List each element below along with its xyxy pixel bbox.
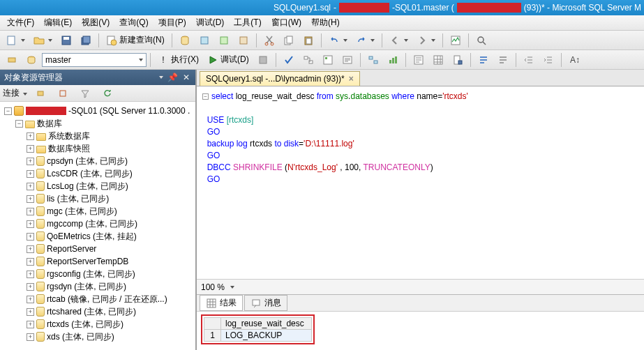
messages-tab[interactable]: 消息	[244, 295, 287, 311]
paste-button[interactable]	[299, 33, 317, 48]
tree-db-item[interactable]: +mgc (主体, 已同步)	[27, 205, 194, 218]
available-db-button[interactable]	[22, 52, 40, 68]
results-to-grid-button[interactable]	[429, 52, 447, 68]
undo-button[interactable]	[325, 33, 351, 48]
specify-values-button[interactable]: A↕	[565, 52, 583, 68]
xmla-icon	[238, 35, 249, 46]
actual-plan-button[interactable]	[364, 52, 382, 68]
find-button[interactable]	[472, 33, 491, 48]
cell-value[interactable]: LOG_BACKUP	[221, 330, 312, 342]
xmla-query-button[interactable]	[234, 33, 253, 48]
dmx-query-button[interactable]	[215, 33, 233, 48]
intellisense-button[interactable]	[338, 52, 357, 68]
results-to-text-button[interactable]	[410, 52, 428, 68]
column-header[interactable]: log_reuse_wait_desc	[221, 318, 312, 330]
tree-db-item[interactable]: +lis (主体, 已同步)	[27, 192, 194, 205]
document-tab[interactable]: SQLQuery1.sql -...D\lyncadmin (93))* ×	[200, 71, 360, 86]
collapse-icon[interactable]: −	[202, 93, 209, 100]
menu-project[interactable]: 项目(P)	[154, 15, 190, 30]
pin-icon[interactable]: 📌	[167, 73, 177, 82]
new-query-button[interactable]: 新建查询(N)	[103, 32, 168, 48]
messages-icon	[250, 298, 262, 309]
new-project-button[interactable]	[3, 33, 29, 48]
menu-file[interactable]: 文件(F)	[3, 15, 38, 30]
uncomment-icon	[497, 54, 509, 66]
menu-query[interactable]: 查询(Q)	[115, 15, 152, 30]
sql-editor[interactable]: −select log_reuse_wait_desc from sys.dat…	[197, 86, 644, 279]
change-connection-button[interactable]	[3, 52, 21, 68]
comment-button[interactable]	[474, 52, 493, 68]
filter-button[interactable]	[76, 86, 94, 101]
indent-icon	[543, 54, 554, 66]
decrease-indent-button[interactable]	[520, 52, 538, 68]
tree-db-item[interactable]: +ReportServer	[27, 243, 194, 255]
results-grid-icon	[433, 54, 444, 66]
results-tab[interactable]: 结果	[200, 295, 243, 311]
debug-button[interactable]: 调试(D)	[204, 52, 253, 68]
uncomment-button[interactable]	[494, 52, 512, 68]
dedent-icon	[523, 54, 534, 66]
tree-db-item[interactable]: +cpsdyn (主体, 已同步)	[27, 155, 194, 167]
nav-fwd-button[interactable]	[413, 33, 439, 48]
menu-help[interactable]: 帮助(H)	[307, 15, 344, 30]
plan-icon	[303, 54, 314, 66]
stop-button[interactable]	[54, 86, 72, 101]
row-number[interactable]: 1	[204, 330, 221, 342]
close-panel-button[interactable]: ✕	[181, 73, 191, 82]
save-all-icon	[80, 35, 91, 46]
database-selector[interactable]: master	[42, 53, 147, 67]
tree-db-item[interactable]: +LcsLog (主体, 已同步)	[27, 180, 194, 192]
comment-icon	[478, 54, 489, 66]
svg-rect-39	[207, 299, 216, 307]
tree-snapshot[interactable]: +数据库快照	[27, 142, 194, 155]
menu-tools[interactable]: 工具(T)	[230, 15, 265, 30]
mdx-query-button[interactable]	[195, 33, 214, 48]
tree-db-item[interactable]: +rtcshared (主体, 已同步)	[27, 305, 194, 318]
execute-button[interactable]: !执行(X)	[154, 52, 202, 68]
parse-icon	[283, 54, 294, 66]
tree-db-item[interactable]: +rgsdyn (主体, 已同步)	[27, 280, 194, 293]
menu-edit[interactable]: 编辑(E)	[40, 15, 76, 30]
cut-button[interactable]	[260, 33, 278, 48]
parse-button[interactable]	[280, 52, 298, 68]
client-stats-button[interactable]	[384, 52, 402, 68]
tree-db-item[interactable]: +rtcxds (主体, 已同步)	[27, 318, 194, 330]
zoom-level[interactable]: 100 %	[201, 282, 225, 292]
refresh-button[interactable]	[98, 86, 117, 101]
tree-db-item[interactable]: +mgccomp (主体, 已同步)	[27, 218, 194, 230]
copy-button[interactable]	[280, 33, 298, 48]
tree-server-node[interactable]: −-SQL01 (SQL Server 11.0.3000 .	[4, 105, 194, 117]
results-grid[interactable]: log_reuse_wait_desc 1LOG_BACKUP	[197, 311, 644, 350]
open-button[interactable]	[30, 33, 56, 48]
save-button[interactable]	[57, 33, 75, 48]
tree-db-item[interactable]: +xds (主体, 已同步)	[27, 330, 194, 343]
save-all-button[interactable]	[77, 33, 95, 48]
folder-icon	[36, 133, 46, 141]
tree-db-item[interactable]: +QoEMetrics (主体, 挂起)	[27, 230, 194, 243]
menu-window[interactable]: 窗口(W)	[267, 15, 306, 30]
menu-view[interactable]: 视图(V)	[77, 15, 114, 30]
close-tab-button[interactable]: ×	[349, 74, 354, 84]
object-explorer-tree[interactable]: −-SQL01 (SQL Server 11.0.3000 . −数据库 +系统…	[0, 102, 195, 350]
nav-back-button[interactable]	[386, 33, 412, 48]
actual-plan-icon	[368, 54, 379, 66]
tree-db-item[interactable]: +rtcab (镜像, 已同步 / 正在还原...)	[27, 293, 194, 305]
svg-rect-10	[240, 37, 247, 44]
cancel-query-button[interactable]	[254, 52, 272, 68]
connect-dropdown[interactable]: 连接	[3, 87, 27, 99]
activity-monitor-button[interactable]	[447, 33, 465, 48]
redo-button[interactable]	[352, 33, 378, 48]
tree-system-db[interactable]: +系统数据库	[27, 130, 194, 142]
db-engine-query-button[interactable]	[176, 33, 194, 48]
tree-db-item[interactable]: +rgsconfig (主体, 已同步)	[27, 268, 194, 280]
estimated-plan-button[interactable]	[299, 52, 317, 68]
results-to-file-button[interactable]	[449, 52, 467, 68]
increase-indent-button[interactable]	[539, 52, 557, 68]
svg-rect-21	[260, 56, 267, 63]
disconnect-button[interactable]	[31, 86, 50, 101]
tree-db-item[interactable]: +LcsCDR (主体, 已同步)	[27, 167, 194, 180]
tree-databases-folder[interactable]: −数据库	[15, 117, 194, 130]
query-options-button[interactable]	[319, 52, 337, 68]
menu-debug[interactable]: 调试(D)	[192, 15, 229, 30]
tree-db-item[interactable]: +ReportServerTempDB	[27, 255, 194, 268]
